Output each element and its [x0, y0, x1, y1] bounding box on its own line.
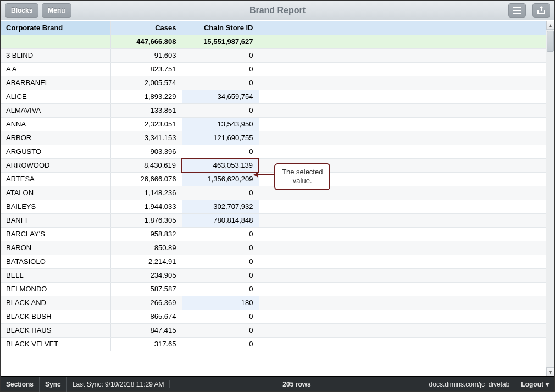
scroll-thumb[interactable] — [547, 31, 554, 52]
table-row[interactable]: BELL234.9050 — [1, 268, 546, 282]
cell-cases[interactable]: 1,893.229 — [110, 90, 182, 103]
cell-chain[interactable]: 0 — [182, 227, 259, 241]
cell-chain[interactable]: 0 — [182, 282, 259, 296]
cell-cases[interactable]: 8,430.619 — [110, 158, 182, 172]
cell-chain[interactable]: 0 — [182, 145, 259, 158]
table-row[interactable]: ABARBANEL2,005.5740 — [1, 76, 546, 90]
blocks-button[interactable]: Blocks — [5, 3, 38, 18]
share-button[interactable] — [532, 3, 550, 18]
cell-chain[interactable]: 0 — [182, 186, 259, 200]
cell-chain[interactable]: 0 — [182, 241, 259, 255]
cell-brand[interactable]: BARCLAY'S — [1, 227, 110, 241]
cell-cases[interactable]: 1,148.236 — [110, 186, 182, 200]
cell-chain[interactable]: 780,814,848 — [182, 213, 259, 227]
scroll-up-button[interactable]: ▲ — [546, 21, 554, 30]
col-header-chain[interactable]: Chain Store ID — [182, 21, 259, 35]
table-row[interactable]: BANFI1,876.305780,814,848 — [1, 213, 546, 227]
menu-button[interactable]: Menu — [42, 3, 71, 18]
cell-cases[interactable]: 1,944.033 — [110, 200, 182, 213]
cell-brand[interactable]: 3 BLIND — [1, 48, 110, 62]
cell-brand[interactable]: BLACK BUSH — [1, 310, 110, 323]
cell-brand[interactable]: BLACK VELVET — [1, 337, 110, 351]
cell-brand[interactable]: BATASIOLO — [1, 255, 110, 268]
cell-brand[interactable]: ALMAVIVA — [1, 103, 110, 117]
cell-cases[interactable]: 823.751 — [110, 62, 182, 76]
cell-cases[interactable]: 26,666.076 — [110, 172, 182, 186]
cell-cases[interactable]: 2,323.051 — [110, 117, 182, 131]
cell-brand[interactable]: BLACK HAUS — [1, 323, 110, 337]
table-row[interactable]: BLACK HAUS847.4150 — [1, 323, 546, 337]
cell-chain[interactable]: 0 — [182, 337, 259, 351]
cell-brand[interactable]: ATALON — [1, 186, 110, 200]
cell-brand[interactable]: A A — [1, 62, 110, 76]
cell-cases[interactable]: 850.89 — [110, 241, 182, 255]
cell-brand[interactable]: ARROWOOD — [1, 158, 110, 172]
table-row[interactable]: ALICE1,893.22934,659,754 — [1, 90, 546, 103]
logout-button[interactable]: Logout ▾ — [515, 377, 554, 392]
table-row[interactable]: A A823.7510 — [1, 62, 546, 76]
cell-chain[interactable]: 0 — [182, 103, 259, 117]
cell-chain[interactable]: 302,707,932 — [182, 200, 259, 213]
table-row[interactable]: BELMONDO587.5870 — [1, 282, 546, 296]
cell-brand[interactable]: ARBOR — [1, 131, 110, 145]
table-row[interactable]: ATALON1,148.2360 — [1, 186, 546, 200]
table-row[interactable]: BLACK BUSH865.6740 — [1, 310, 546, 323]
cell-chain[interactable]: 1,356,620,209 — [182, 172, 259, 186]
cell-brand[interactable]: ALICE — [1, 90, 110, 103]
cell-cases[interactable]: 266.369 — [110, 296, 182, 310]
cell-cases[interactable]: 234.905 — [110, 268, 182, 282]
table-row[interactable]: ANNA2,323.05113,543,950 — [1, 117, 546, 131]
cell-cases[interactable]: 865.674 — [110, 310, 182, 323]
cell-cases[interactable]: 847.415 — [110, 323, 182, 337]
table-row[interactable]: BLACK AND266.369180 — [1, 296, 546, 310]
cell-chain[interactable]: 0 — [182, 48, 259, 62]
cell-chain[interactable]: 34,659,754 — [182, 90, 259, 103]
cell-brand[interactable]: BAILEYS — [1, 200, 110, 213]
cell-brand[interactable]: BELMONDO — [1, 282, 110, 296]
cell-brand[interactable]: BARON — [1, 241, 110, 255]
vertical-scrollbar[interactable]: ▲ ▼ — [546, 21, 554, 376]
cell-brand[interactable]: BANFI — [1, 213, 110, 227]
cell-brand[interactable]: ARTESA — [1, 172, 110, 186]
cell-chain[interactable]: 121,690,755 — [182, 131, 259, 145]
hamburger-button[interactable] — [508, 3, 526, 18]
cell-chain[interactable]: 180 — [182, 296, 259, 310]
sync-button[interactable]: Sync — [40, 377, 67, 392]
col-header-cases[interactable]: Cases — [110, 21, 182, 35]
table-row[interactable]: ARGUSTO903.3960 — [1, 145, 546, 158]
cell-chain[interactable]: 0 — [182, 62, 259, 76]
cell-chain[interactable]: 0 — [182, 323, 259, 337]
cell-brand[interactable]: ABARBANEL — [1, 76, 110, 90]
table-row[interactable]: ALMAVIVA133.8510 — [1, 103, 546, 117]
table-row[interactable]: ARBOR3,341.153121,690,755 — [1, 131, 546, 145]
scroll-down-button[interactable]: ▼ — [546, 367, 554, 376]
table-row[interactable]: BARON850.890 — [1, 241, 546, 255]
cell-cases[interactable]: 317.65 — [110, 337, 182, 351]
cell-chain[interactable]: 13,543,950 — [182, 117, 259, 131]
table-row[interactable]: BARCLAY'S958.8320 — [1, 227, 546, 241]
cell-cases[interactable]: 3,341.153 — [110, 131, 182, 145]
cell-cases[interactable]: 2,214.91 — [110, 255, 182, 268]
cell-cases[interactable]: 958.832 — [110, 227, 182, 241]
cell-cases[interactable]: 587.587 — [110, 282, 182, 296]
cell-brand[interactable]: BLACK AND — [1, 296, 110, 310]
cell-cases[interactable]: 1,876.305 — [110, 213, 182, 227]
cell-chain[interactable]: 0 — [182, 268, 259, 282]
cell-brand[interactable]: BELL — [1, 268, 110, 282]
cell-cases[interactable]: 133.851 — [110, 103, 182, 117]
cell-brand[interactable]: ANNA — [1, 117, 110, 131]
col-header-brand[interactable]: Corporate Brand — [1, 21, 110, 35]
cell-cases[interactable]: 91.603 — [110, 48, 182, 62]
cell-chain[interactable]: 0 — [182, 76, 259, 90]
cell-cases[interactable]: 903.396 — [110, 145, 182, 158]
table-row[interactable]: BAILEYS1,944.033302,707,932 — [1, 200, 546, 213]
cell-chain[interactable]: 463,053,139 — [182, 158, 259, 172]
table-row[interactable]: 3 BLIND91.6030 — [1, 48, 546, 62]
cell-cases[interactable]: 2,005.574 — [110, 76, 182, 90]
sections-button[interactable]: Sections — [1, 377, 40, 392]
cell-chain[interactable]: 0 — [182, 310, 259, 323]
cell-chain[interactable]: 0 — [182, 255, 259, 268]
cell-brand[interactable]: ARGUSTO — [1, 145, 110, 158]
table-row[interactable]: BATASIOLO2,214.910 — [1, 255, 546, 268]
table-row[interactable]: BLACK VELVET317.650 — [1, 337, 546, 351]
